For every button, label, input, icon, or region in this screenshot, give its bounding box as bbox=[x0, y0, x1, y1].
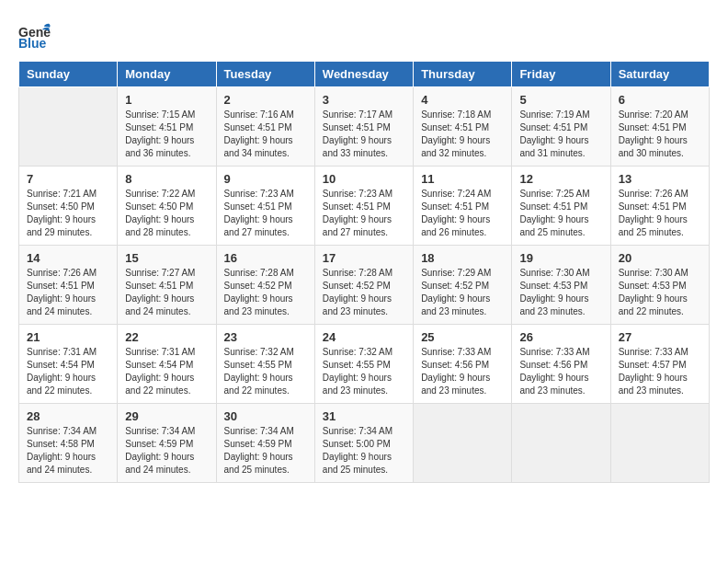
day-info: Sunrise: 7:20 AMSunset: 4:51 PMDaylight:… bbox=[619, 109, 701, 160]
calendar-cell: 3Sunrise: 7:17 AMSunset: 4:51 PMDaylight… bbox=[314, 87, 413, 167]
calendar-cell: 10Sunrise: 7:23 AMSunset: 4:51 PMDayligh… bbox=[314, 167, 413, 246]
calendar-cell: 12Sunrise: 7:25 AMSunset: 4:51 PMDayligh… bbox=[512, 167, 610, 246]
calendar-week-5: 28Sunrise: 7:34 AMSunset: 4:58 PMDayligh… bbox=[19, 404, 710, 483]
day-info: Sunrise: 7:33 AMSunset: 4:56 PMDaylight:… bbox=[519, 346, 602, 397]
day-number: 22 bbox=[125, 330, 208, 344]
day-info: Sunrise: 7:34 AMSunset: 4:59 PMDaylight:… bbox=[224, 425, 307, 477]
day-number: 26 bbox=[519, 330, 602, 344]
calendar-cell: 1Sunrise: 7:15 AMSunset: 4:51 PMDaylight… bbox=[118, 87, 216, 167]
day-info: Sunrise: 7:15 AMSunset: 4:51 PMDaylight:… bbox=[125, 109, 208, 160]
calendar-cell: 13Sunrise: 7:26 AMSunset: 4:51 PMDayligh… bbox=[610, 167, 709, 246]
day-number: 8 bbox=[125, 172, 208, 186]
day-number: 20 bbox=[619, 251, 701, 265]
day-number: 30 bbox=[224, 409, 307, 423]
calendar-cell: 2Sunrise: 7:16 AMSunset: 4:51 PMDaylight… bbox=[216, 87, 314, 167]
weekday-header-monday: Monday bbox=[118, 62, 216, 87]
calendar-week-2: 7Sunrise: 7:21 AMSunset: 4:50 PMDaylight… bbox=[19, 167, 710, 246]
calendar-cell: 7Sunrise: 7:21 AMSunset: 4:50 PMDaylight… bbox=[19, 167, 118, 246]
day-info: Sunrise: 7:30 AMSunset: 4:53 PMDaylight:… bbox=[619, 267, 701, 318]
day-info: Sunrise: 7:29 AMSunset: 4:52 PMDaylight:… bbox=[421, 267, 504, 318]
weekday-header-thursday: Thursday bbox=[414, 62, 512, 87]
calendar-week-4: 21Sunrise: 7:31 AMSunset: 4:54 PMDayligh… bbox=[19, 325, 710, 404]
day-number: 19 bbox=[519, 251, 602, 265]
calendar-body: 1Sunrise: 7:15 AMSunset: 4:51 PMDaylight… bbox=[19, 87, 710, 483]
calendar-cell: 16Sunrise: 7:28 AMSunset: 4:52 PMDayligh… bbox=[216, 246, 314, 325]
calendar-cell bbox=[19, 87, 118, 167]
day-info: Sunrise: 7:33 AMSunset: 4:57 PMDaylight:… bbox=[619, 346, 701, 397]
day-info: Sunrise: 7:23 AMSunset: 4:51 PMDaylight:… bbox=[323, 188, 405, 239]
calendar-cell: 29Sunrise: 7:34 AMSunset: 4:59 PMDayligh… bbox=[118, 404, 216, 483]
page-header: General Blue bbox=[18, 18, 710, 55]
calendar-cell: 14Sunrise: 7:26 AMSunset: 4:51 PMDayligh… bbox=[19, 246, 118, 325]
day-info: Sunrise: 7:27 AMSunset: 4:51 PMDaylight:… bbox=[125, 267, 208, 318]
day-number: 17 bbox=[323, 251, 405, 265]
day-number: 15 bbox=[125, 251, 208, 265]
weekday-header-row: SundayMondayTuesdayWednesdayThursdayFrid… bbox=[19, 62, 710, 87]
calendar-cell: 5Sunrise: 7:19 AMSunset: 4:51 PMDaylight… bbox=[512, 87, 610, 167]
day-info: Sunrise: 7:30 AMSunset: 4:53 PMDaylight:… bbox=[519, 267, 602, 318]
svg-text:Blue: Blue bbox=[18, 36, 47, 51]
calendar-cell: 6Sunrise: 7:20 AMSunset: 4:51 PMDaylight… bbox=[610, 87, 709, 167]
day-info: Sunrise: 7:34 AMSunset: 4:58 PMDaylight:… bbox=[27, 425, 109, 477]
calendar-cell: 11Sunrise: 7:24 AMSunset: 4:51 PMDayligh… bbox=[414, 167, 512, 246]
day-number: 2 bbox=[224, 93, 307, 107]
calendar-cell: 19Sunrise: 7:30 AMSunset: 4:53 PMDayligh… bbox=[512, 246, 610, 325]
day-info: Sunrise: 7:25 AMSunset: 4:51 PMDaylight:… bbox=[519, 188, 602, 239]
calendar-cell: 15Sunrise: 7:27 AMSunset: 4:51 PMDayligh… bbox=[118, 246, 216, 325]
calendar-table: SundayMondayTuesdayWednesdayThursdayFrid… bbox=[18, 61, 710, 483]
logo: General Blue bbox=[18, 18, 51, 55]
logo-icon: General Blue bbox=[18, 18, 51, 55]
day-info: Sunrise: 7:19 AMSunset: 4:51 PMDaylight:… bbox=[519, 109, 602, 160]
day-info: Sunrise: 7:26 AMSunset: 4:51 PMDaylight:… bbox=[27, 267, 109, 318]
calendar-cell: 21Sunrise: 7:31 AMSunset: 4:54 PMDayligh… bbox=[19, 325, 118, 404]
calendar-cell bbox=[512, 404, 610, 483]
day-info: Sunrise: 7:23 AMSunset: 4:51 PMDaylight:… bbox=[224, 188, 307, 239]
day-number: 11 bbox=[421, 172, 504, 186]
calendar-cell: 24Sunrise: 7:32 AMSunset: 4:55 PMDayligh… bbox=[314, 325, 413, 404]
day-info: Sunrise: 7:22 AMSunset: 4:50 PMDaylight:… bbox=[125, 188, 208, 239]
day-info: Sunrise: 7:28 AMSunset: 4:52 PMDaylight:… bbox=[224, 267, 307, 318]
day-number: 24 bbox=[323, 330, 405, 344]
day-number: 7 bbox=[27, 172, 109, 186]
day-number: 12 bbox=[519, 172, 602, 186]
day-number: 3 bbox=[323, 93, 405, 107]
calendar-week-3: 14Sunrise: 7:26 AMSunset: 4:51 PMDayligh… bbox=[19, 246, 710, 325]
day-number: 16 bbox=[224, 251, 307, 265]
day-info: Sunrise: 7:24 AMSunset: 4:51 PMDaylight:… bbox=[421, 188, 504, 239]
day-info: Sunrise: 7:16 AMSunset: 4:51 PMDaylight:… bbox=[224, 109, 307, 160]
day-number: 27 bbox=[619, 330, 701, 344]
calendar-cell: 20Sunrise: 7:30 AMSunset: 4:53 PMDayligh… bbox=[610, 246, 709, 325]
calendar-cell bbox=[610, 404, 709, 483]
day-info: Sunrise: 7:33 AMSunset: 4:56 PMDaylight:… bbox=[421, 346, 504, 397]
day-number: 18 bbox=[421, 251, 504, 265]
day-info: Sunrise: 7:18 AMSunset: 4:51 PMDaylight:… bbox=[421, 109, 504, 160]
day-number: 6 bbox=[619, 93, 701, 107]
calendar-cell: 26Sunrise: 7:33 AMSunset: 4:56 PMDayligh… bbox=[512, 325, 610, 404]
day-info: Sunrise: 7:34 AMSunset: 5:00 PMDaylight:… bbox=[323, 425, 405, 477]
day-info: Sunrise: 7:26 AMSunset: 4:51 PMDaylight:… bbox=[619, 188, 701, 239]
day-number: 28 bbox=[27, 409, 109, 423]
day-info: Sunrise: 7:31 AMSunset: 4:54 PMDaylight:… bbox=[27, 346, 109, 397]
calendar-cell: 30Sunrise: 7:34 AMSunset: 4:59 PMDayligh… bbox=[216, 404, 314, 483]
day-number: 4 bbox=[421, 93, 504, 107]
calendar-cell: 17Sunrise: 7:28 AMSunset: 4:52 PMDayligh… bbox=[314, 246, 413, 325]
calendar-week-1: 1Sunrise: 7:15 AMSunset: 4:51 PMDaylight… bbox=[19, 87, 710, 167]
calendar-cell: 4Sunrise: 7:18 AMSunset: 4:51 PMDaylight… bbox=[414, 87, 512, 167]
weekday-header-sunday: Sunday bbox=[19, 62, 118, 87]
calendar-cell bbox=[414, 404, 512, 483]
calendar-cell: 23Sunrise: 7:32 AMSunset: 4:55 PMDayligh… bbox=[216, 325, 314, 404]
calendar-cell: 22Sunrise: 7:31 AMSunset: 4:54 PMDayligh… bbox=[118, 325, 216, 404]
calendar-cell: 9Sunrise: 7:23 AMSunset: 4:51 PMDaylight… bbox=[216, 167, 314, 246]
day-number: 14 bbox=[27, 251, 109, 265]
day-number: 13 bbox=[619, 172, 701, 186]
weekday-header-wednesday: Wednesday bbox=[314, 62, 413, 87]
day-number: 29 bbox=[125, 409, 208, 423]
day-info: Sunrise: 7:21 AMSunset: 4:50 PMDaylight:… bbox=[27, 188, 109, 239]
day-number: 21 bbox=[27, 330, 109, 344]
weekday-header-tuesday: Tuesday bbox=[216, 62, 314, 87]
day-info: Sunrise: 7:28 AMSunset: 4:52 PMDaylight:… bbox=[323, 267, 405, 318]
day-number: 23 bbox=[224, 330, 307, 344]
day-number: 9 bbox=[224, 172, 307, 186]
day-number: 25 bbox=[421, 330, 504, 344]
calendar-cell: 18Sunrise: 7:29 AMSunset: 4:52 PMDayligh… bbox=[414, 246, 512, 325]
